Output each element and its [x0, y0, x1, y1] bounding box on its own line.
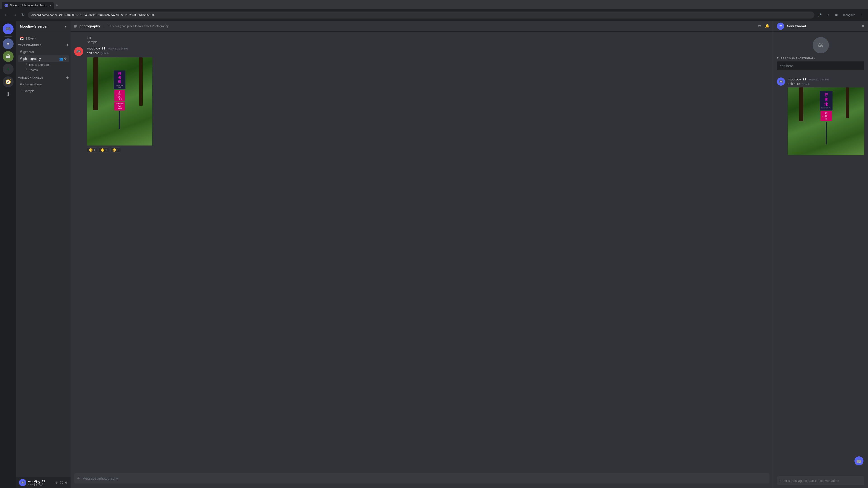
- hash-icon-voice: #: [20, 82, 22, 86]
- message-group-main: 🎮 moodjoy_71 Today at 11:24 PM edit here…: [74, 46, 770, 154]
- thread-msg-time: Today at 11:24 PM: [808, 78, 829, 81]
- voice-channels-header[interactable]: VOICE CHANNELS +: [16, 74, 70, 81]
- channel-item-general[interactable]: # general: [18, 48, 69, 55]
- reaction-emoji-2: 😔: [101, 148, 104, 152]
- channel-name-photography: photography: [23, 57, 41, 61]
- header-divider: |: [104, 24, 105, 28]
- thread-close-button[interactable]: ×: [862, 24, 864, 29]
- reactions: 😊 1 😔 1 😄 1: [87, 147, 770, 153]
- thread-item-photos[interactable]: └ Photos: [18, 67, 69, 72]
- thread-item-1[interactable]: └ This is a thread!: [18, 62, 69, 67]
- browser-menu-button[interactable]: ⋮: [859, 12, 865, 18]
- headset-icon[interactable]: 🎧: [60, 481, 64, 484]
- forward-button[interactable]: →: [11, 12, 18, 18]
- thread-name-input[interactable]: [777, 61, 864, 70]
- thread-name-1: This is a thread!: [29, 63, 50, 66]
- thread-panel: ≋ New Thread × ≋ THREAD NAME (OPTIONAL) …: [773, 21, 868, 488]
- voice-icon-sample: └: [20, 89, 22, 93]
- tab-close-button[interactable]: ×: [50, 4, 51, 7]
- thread-icon: └: [25, 63, 27, 66]
- user-controls: 🎙 🎧 ⚙: [55, 481, 68, 484]
- thread-name-photos: Photos: [29, 68, 38, 72]
- server-icon-g[interactable]: 🏔: [3, 51, 13, 62]
- channel-settings-icon[interactable]: 👥: [59, 57, 63, 61]
- mute-icon[interactable]: 🎙: [55, 481, 58, 484]
- reaction-2[interactable]: 😔 1: [98, 147, 109, 153]
- settings-icon[interactable]: ⚙: [65, 481, 68, 484]
- text-channels-header[interactable]: TEXT CHANNELS +: [16, 42, 70, 48]
- thread-message-content: moodjoy_71 Today at 11:24 PM edit here (…: [788, 77, 864, 155]
- hash-icon: #: [20, 50, 22, 54]
- scroll-bottom-button[interactable]: 🤖: [855, 456, 864, 465]
- discord-app: 🎮 M 🏔 + 🧭 ⬇ Moodjoy's server ∨ 📅 1 Event: [0, 21, 868, 488]
- new-tab-button[interactable]: +: [54, 2, 60, 9]
- browser-tab-active[interactable]: 🎮 Discord | #photography | Moo... ×: [2, 2, 54, 9]
- text-channel-list: # general # photography 👥 ⚙ └ This is a …: [16, 48, 70, 72]
- explore-button[interactable]: 🧭: [3, 76, 13, 87]
- thread-messages[interactable]: 🎮 moodjoy_71 Today at 11:24 PM edit here…: [773, 74, 868, 474]
- profile-button[interactable]: Incognito: [841, 12, 857, 18]
- thread-msg-author: moodjoy_71: [788, 77, 806, 81]
- download-icon[interactable]: ⬇: [3, 89, 13, 100]
- simple-msg-sample: Sample: [87, 40, 770, 44]
- thread-message-group: 🎮 moodjoy_71 Today at 11:24 PM edit here…: [777, 77, 864, 155]
- channel-header: # photography | This is a good place to …: [70, 21, 773, 32]
- channel-header-name: photography: [79, 24, 100, 28]
- channel-name-here: channel-here: [23, 83, 42, 86]
- thread-header-icon: ≋: [777, 23, 784, 30]
- calendar-icon: 📅: [20, 37, 24, 40]
- message-input-wrapper: +: [74, 473, 770, 484]
- tab-favicon: 🎮: [4, 4, 8, 7]
- address-bar[interactable]: [28, 11, 814, 19]
- channel-hash-icon: #: [74, 24, 76, 29]
- thread-msg-header: moodjoy_71 Today at 11:24 PM: [788, 77, 864, 81]
- main-content: # photography | This is a good place to …: [70, 21, 868, 488]
- tab-title: Discord | #photography | Moo...: [10, 4, 48, 7]
- add-server-button[interactable]: +: [3, 64, 13, 74]
- channel-name-sample: Sample: [24, 89, 34, 93]
- reaction-count-3: 1: [117, 148, 119, 152]
- channel-view: # photography | This is a good place to …: [70, 21, 773, 488]
- messages-area[interactable]: GIF Sample 🎮 moodjoy_71 Today at 11:24 P…: [70, 32, 773, 473]
- text-channels-label: TEXT CHANNELS: [18, 44, 41, 47]
- reaction-emoji-1: 😊: [89, 148, 93, 152]
- channel-header-description: This is a good place to talk about Photo…: [108, 24, 168, 28]
- thread-msg-edited: (edited): [802, 83, 809, 86]
- threads-icon[interactable]: ≋: [758, 24, 761, 29]
- server-icon-moodjoy[interactable]: M: [3, 38, 13, 49]
- username: moodjoy_71: [28, 480, 53, 483]
- browser-nav: ← → ↻ 🎤 ☆ ⊞ Incognito ⋮: [0, 9, 868, 21]
- mic-icon[interactable]: 🎤: [816, 12, 824, 18]
- event-item[interactable]: 📅 1 Event: [18, 36, 69, 41]
- message-timestamp: Today at 11:24 PM: [107, 47, 128, 50]
- attach-button[interactable]: +: [77, 473, 80, 484]
- message-input[interactable]: [83, 474, 767, 483]
- thread-message-input[interactable]: [780, 479, 862, 483]
- avatar: 🎮: [19, 479, 26, 486]
- channel-item-sample[interactable]: └ Sample: [18, 88, 69, 94]
- user-info: moodjoy_71 moodjoy71_0...: [28, 480, 53, 486]
- add-channel-button[interactable]: +: [66, 43, 69, 48]
- channel-item-channel-here[interactable]: # channel-here: [18, 81, 69, 88]
- add-voice-channel-button[interactable]: +: [66, 75, 69, 80]
- message-content: moodjoy_71 Today at 11:24 PM edit here (…: [87, 46, 770, 153]
- reaction-1[interactable]: 😊 1: [87, 147, 97, 153]
- reaction-count-1: 1: [94, 148, 95, 152]
- channel-name-general: general: [23, 50, 34, 54]
- star-icon[interactable]: ☆: [825, 12, 832, 18]
- refresh-button[interactable]: ↻: [20, 11, 26, 18]
- thread-msg-text: edit here (edited): [788, 82, 864, 86]
- reaction-3[interactable]: 😄 1: [110, 147, 121, 153]
- notification-icon[interactable]: 🔔: [765, 24, 770, 29]
- thread-input-area: [773, 474, 868, 488]
- discord-icon[interactable]: 🎮: [3, 24, 13, 34]
- message-header: moodjoy_71 Today at 11:24 PM: [87, 46, 770, 50]
- channel-gear-icon[interactable]: ⚙: [64, 57, 67, 61]
- extensions-icon[interactable]: ⊞: [833, 12, 839, 18]
- channel-item-photography[interactable]: # photography 👥 ⚙: [18, 55, 69, 62]
- server-header[interactable]: Moodjoy's server ∨: [16, 21, 70, 32]
- simple-msg-gif: GIF: [87, 36, 770, 40]
- back-button[interactable]: ←: [3, 12, 9, 18]
- message-image: 行者滝 Genja Taki Fall ← 不動滝まで Fudo Taki Fa…: [87, 57, 155, 145]
- thread-name-section: THREAD NAME (OPTIONAL): [773, 57, 868, 74]
